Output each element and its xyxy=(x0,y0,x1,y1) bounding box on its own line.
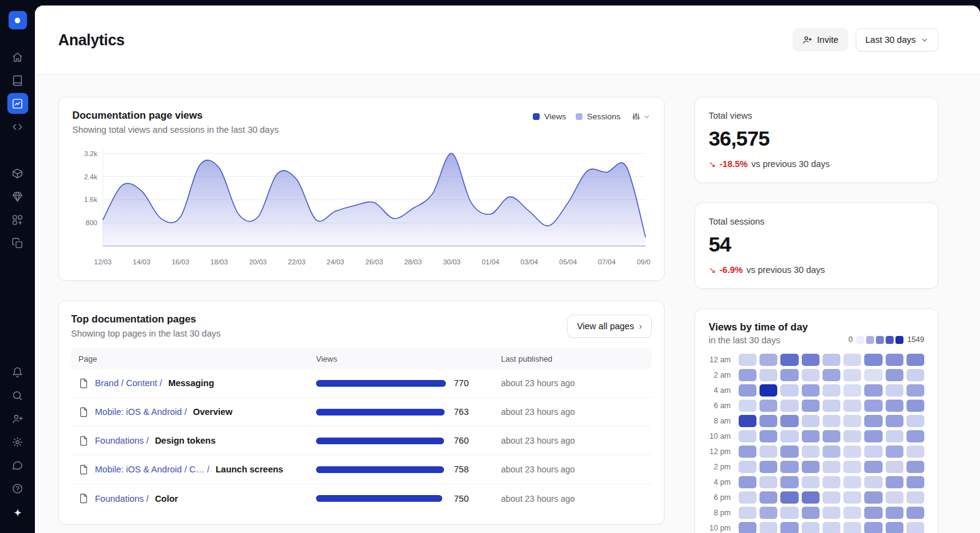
heatmap-cell xyxy=(843,476,861,488)
main-panel: Analytics Invite Last 30 days Docume xyxy=(35,6,980,533)
sidebar-item-home[interactable] xyxy=(7,47,28,67)
svg-text:30/03: 30/03 xyxy=(443,258,461,266)
sidebar-item-package[interactable] xyxy=(7,163,28,184)
heatmap-cell xyxy=(886,507,903,519)
page-name: Color xyxy=(155,494,178,504)
svg-text:26/03: 26/03 xyxy=(366,258,383,266)
heatmap-cell xyxy=(843,384,861,397)
total-sessions-card: Total sessions 54 ↘ -6.9% vs previous 30… xyxy=(695,203,938,289)
page-title: Analytics xyxy=(58,31,124,49)
views-bar-track xyxy=(316,409,446,416)
heatmap-cell xyxy=(886,415,903,427)
heatmap-cell xyxy=(886,430,903,442)
stat-value: 36,575 xyxy=(709,127,924,151)
stat-delta: ↘ -18.5% vs previous 30 days xyxy=(709,159,924,169)
stat-label: Total views xyxy=(709,111,924,121)
table-row[interactable]: Brand / Content /Messaging770about 23 ho… xyxy=(71,369,652,398)
heatmap-cell xyxy=(823,430,840,442)
heatmap-cell xyxy=(802,522,820,533)
svg-text:18/03: 18/03 xyxy=(210,258,228,266)
svg-text:07/04: 07/04 xyxy=(598,258,616,266)
sidebar-item-gear[interactable] xyxy=(7,431,28,452)
user-plus-icon xyxy=(12,413,23,425)
page-path: Brand / Content / xyxy=(95,378,162,388)
table-row[interactable]: Mobile: iOS & Android / C… /Launch scree… xyxy=(71,455,652,484)
views-by-time-card: Views by time of day in the last 30 days… xyxy=(695,308,938,533)
heatmap-cell xyxy=(907,476,924,488)
heatmap-row: 2 am xyxy=(709,369,924,381)
svg-text:12/03: 12/03 xyxy=(94,258,112,266)
invite-button[interactable]: Invite xyxy=(793,28,848,51)
column-header-last-published: Last published xyxy=(501,354,652,363)
table-row[interactable]: Mobile: iOS & Android /Overview763about … xyxy=(71,398,652,427)
heatmap-cell xyxy=(823,507,840,519)
sidebar-item-code[interactable] xyxy=(7,116,28,137)
heatmap-cell xyxy=(886,400,903,412)
svg-text:1.6k: 1.6k xyxy=(84,196,97,203)
chart-card-title: Documentation page views xyxy=(72,110,279,121)
legend-swatch-icon xyxy=(576,113,582,120)
chart-settings-dropdown[interactable] xyxy=(631,112,650,121)
heatmap-cell xyxy=(907,491,924,504)
heatmap-cell xyxy=(823,415,840,427)
sidebar-item-help[interactable] xyxy=(7,478,28,499)
svg-text:3.2k: 3.2k xyxy=(84,150,97,157)
heatmap-cell xyxy=(780,384,798,397)
brand-sparkle-icon[interactable] xyxy=(12,507,24,522)
table-card-subtitle: Showing top pages in the last 30 days xyxy=(71,329,221,338)
legend-item-views: Views xyxy=(533,112,566,121)
heatmap-row-label: 4 am xyxy=(709,386,736,395)
sliders-icon xyxy=(631,112,641,121)
heatmap-row: 12 pm xyxy=(709,445,924,458)
heatmap-cell xyxy=(864,522,882,533)
sidebar-group-secondary xyxy=(7,163,28,253)
heatmap-cell xyxy=(760,384,777,397)
document-icon xyxy=(78,378,89,389)
last-published: about 23 hours ago xyxy=(501,378,652,388)
heatmap-cell xyxy=(760,522,777,533)
heatmap-title: Views by time of day xyxy=(709,321,924,333)
page-path: Mobile: iOS & Android / C… / xyxy=(95,464,209,474)
svg-text:14/03: 14/03 xyxy=(133,258,151,266)
sidebar-item-copy[interactable] xyxy=(7,233,28,253)
heatmap-cell xyxy=(760,461,777,473)
views-bar xyxy=(316,380,446,387)
sidebar-item-book[interactable] xyxy=(7,70,28,91)
package-icon xyxy=(12,168,23,179)
date-range-dropdown[interactable]: Last 30 days xyxy=(856,28,938,51)
app-logo[interactable] xyxy=(9,11,27,29)
heatmap-row: 8 am xyxy=(709,415,924,427)
sidebar-item-bell[interactable] xyxy=(7,362,28,382)
last-published: about 23 hours ago xyxy=(501,407,652,417)
message-icon xyxy=(12,460,23,471)
heatmap-cell xyxy=(802,415,820,427)
heatmap-cell xyxy=(864,400,882,412)
heatmap-cell xyxy=(780,461,798,473)
views-bar xyxy=(316,409,445,416)
heatmap-cell xyxy=(823,369,840,381)
sidebar-item-message[interactable] xyxy=(7,455,28,475)
view-all-pages-button[interactable]: View all pages › xyxy=(567,315,652,338)
sidebar-item-user-plus[interactable] xyxy=(7,408,28,429)
table-row[interactable]: Foundations /Color750about 23 hours ago xyxy=(71,484,652,513)
table-row[interactable]: Foundations /Design tokens760about 23 ho… xyxy=(71,427,652,455)
views-count: 760 xyxy=(454,436,469,445)
top-pages-card: Top documentation pages Showing top page… xyxy=(58,300,665,524)
heatmap-cell xyxy=(802,354,820,366)
sidebar-item-blocks[interactable] xyxy=(7,209,28,230)
document-icon xyxy=(78,407,89,417)
sidebar-item-chart[interactable] xyxy=(7,93,28,114)
heatmap-cell xyxy=(760,415,777,427)
content-column-left: Documentation page views Showing total v… xyxy=(58,97,665,533)
content-area: Documentation page views Showing total v… xyxy=(35,75,980,533)
heatmap-row-label: 12 am xyxy=(709,356,736,364)
date-range-label: Last 30 days xyxy=(865,35,916,45)
blocks-icon xyxy=(12,214,23,226)
sidebar-item-search[interactable] xyxy=(7,385,28,406)
last-published: about 23 hours ago xyxy=(501,464,652,474)
sidebar-item-gem[interactable] xyxy=(7,186,28,207)
svg-text:16/03: 16/03 xyxy=(172,258,189,266)
heatmap-cell xyxy=(780,369,798,381)
views-count: 758 xyxy=(454,464,469,474)
page-name: Design tokens xyxy=(155,436,216,445)
